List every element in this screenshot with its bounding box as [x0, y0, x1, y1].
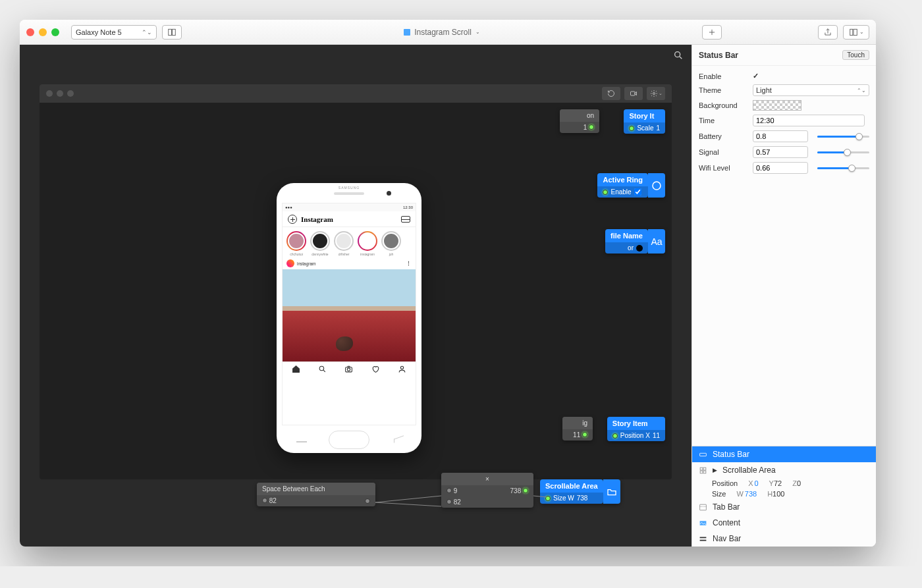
multiply-icon: × [485, 475, 489, 483]
document-icon [404, 29, 410, 36]
svg-rect-16 [703, 471, 706, 473]
phone-brand: SAMSUNG [339, 186, 360, 190]
inspector-header: Status Bar Touch [692, 45, 876, 66]
node-story-item-top[interactable]: Story It Scale 1 [624, 109, 665, 134]
node-title: Active Ring [603, 176, 643, 184]
inspector-title: Status Bar [699, 51, 738, 60]
share-button[interactable] [818, 25, 838, 40]
svg-rect-12 [700, 453, 707, 456]
prop-time: Time [692, 113, 876, 128]
layer-list: Status Bar ▶ Scrollable Area Position X0… [692, 446, 876, 547]
node-active-ring[interactable]: Active Ring Enable [597, 173, 665, 198]
wifi-input[interactable] [753, 162, 808, 174]
phone-frame: SAMSUNG ●●●12:30 Instagram [277, 183, 421, 453]
prop-battery: Battery [692, 128, 876, 144]
close-window-button[interactable] [26, 28, 34, 36]
layer-content[interactable]: Content [692, 515, 876, 531]
search-icon [673, 50, 684, 61]
story-item: instagram [358, 231, 377, 256]
add-tab-button[interactable] [702, 25, 722, 40]
folder-icon [603, 479, 620, 504]
output-port[interactable] [582, 432, 587, 437]
story-item: joh [381, 231, 401, 256]
home-button [329, 431, 369, 449]
instagram-header: Instagram [283, 211, 416, 227]
output-port[interactable] [365, 498, 370, 504]
chevron-down-icon: ⌄ [859, 29, 864, 35]
output-port[interactable] [589, 124, 594, 130]
time-input[interactable] [753, 115, 865, 126]
input-port[interactable] [603, 190, 608, 195]
app-window: Galaxy Note 5 ⌃⌄ Instagram Scroll ⌄ ⌄ [20, 20, 876, 547]
window-controls [26, 28, 59, 36]
canvas[interactable]: ⌄ SAMSUNG [20, 45, 692, 547]
instagram-tabbar [283, 361, 416, 377]
device-mockup: SAMSUNG ●●●12:30 Instagram [244, 183, 468, 479]
node-story-item-bottom[interactable]: Story Item Position X 11 [607, 417, 665, 441]
node-pass-through[interactable]: ig 11 [562, 417, 593, 441]
enable-checkbox[interactable] [634, 188, 641, 196]
view-mode-button[interactable]: ⌄ [843, 25, 869, 40]
post-username: instagram [297, 261, 316, 266]
theme-select[interactable]: Light ⌃⌄ [753, 84, 869, 96]
chevron-updown-icon: ⌃⌄ [857, 88, 866, 94]
svg-rect-14 [703, 468, 706, 470]
device-select[interactable]: Galaxy Note 5 ⌃⌄ [71, 25, 157, 40]
node-title: Space Between Each [262, 485, 325, 493]
phone-screen: ●●●12:30 Instagram chchoitoi dannywhite … [282, 203, 416, 425]
check-icon[interactable]: ✓ [753, 72, 759, 80]
svg-rect-15 [700, 471, 703, 473]
story-item: dannywhite [310, 231, 330, 256]
layer-scrollable-area[interactable]: ▶ Scrollable Area [692, 462, 876, 478]
search-icon [318, 364, 327, 376]
ring-icon [648, 173, 665, 198]
battery-input[interactable] [753, 130, 808, 142]
color-swatch[interactable] [636, 245, 643, 252]
battery-slider[interactable] [817, 136, 869, 138]
device-select-value: Galaxy Note 5 [76, 28, 122, 36]
post-avatar [286, 259, 294, 267]
post-image [283, 269, 416, 361]
inbox-icon [401, 216, 410, 223]
chevron-down-icon: ⌄ [475, 29, 480, 35]
post-header: instagram ⋮ [283, 257, 416, 269]
reload-button[interactable] [602, 87, 620, 100]
chevron-right-icon[interactable]: ▶ [713, 467, 717, 473]
signal-input[interactable] [753, 146, 808, 158]
input-port[interactable] [262, 498, 267, 503]
node-partial[interactable]: on 1 [560, 109, 599, 133]
node-title: file Name [610, 232, 643, 240]
layout-toggle-button[interactable] [162, 25, 182, 40]
prop-background: Background [692, 98, 876, 113]
record-button[interactable] [624, 87, 643, 100]
node-space-between[interactable]: Space Between Each 82 [257, 483, 375, 506]
input-port[interactable] [629, 126, 634, 131]
svg-point-7 [319, 366, 324, 371]
touch-button[interactable]: Touch [842, 50, 869, 60]
panels-icon [849, 28, 858, 37]
layer-tab-bar[interactable]: Tab Bar [692, 499, 876, 515]
preview-header: ⌄ [40, 84, 672, 103]
heart-icon [371, 364, 380, 376]
canvas-search-button[interactable] [673, 50, 684, 63]
wifi-slider[interactable] [817, 167, 869, 169]
instagram-logo: Instagram [301, 215, 333, 223]
document-title-area[interactable]: Instagram Scroll ⌄ [187, 28, 697, 37]
svg-rect-17 [700, 504, 707, 510]
preview-dot [67, 90, 74, 97]
layer-nav-bar[interactable]: Nav Bar [692, 531, 876, 547]
node-file-name[interactable]: file Name or Aa [605, 229, 665, 254]
phone-statusbar: ●●●12:30 [283, 203, 416, 211]
layer-status-bar[interactable]: Status Bar [692, 446, 876, 462]
background-swatch[interactable] [753, 100, 801, 111]
reload-icon [607, 90, 615, 97]
prop-signal: Signal [692, 144, 876, 160]
minimize-window-button[interactable] [39, 28, 47, 36]
signal-slider[interactable] [817, 151, 869, 153]
node-scrollable-area[interactable]: Scrollable Area Size W 738 [540, 479, 620, 504]
svg-rect-5 [631, 92, 636, 95]
zoom-window-button[interactable] [51, 28, 59, 36]
input-port[interactable] [612, 433, 618, 439]
settings-button[interactable]: ⌄ [647, 87, 665, 100]
share-icon [823, 28, 832, 37]
